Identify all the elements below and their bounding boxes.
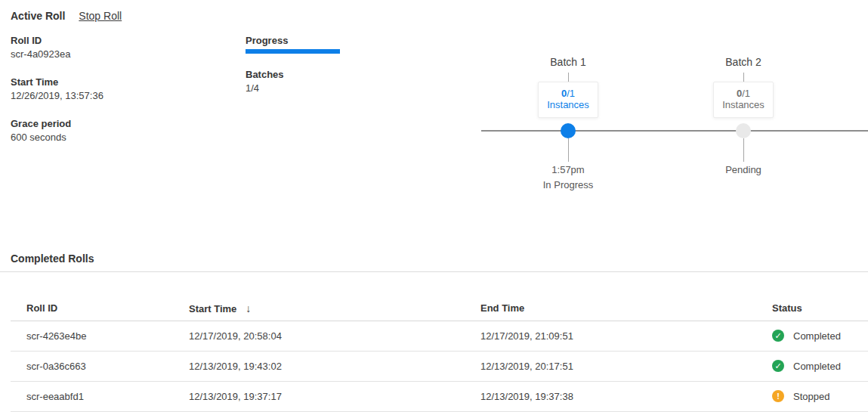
status-cell: ✓ Completed (772, 351, 868, 381)
success-check-icon: ✓ (772, 330, 784, 342)
batch1-tick-bottom (568, 138, 569, 162)
batch2-tick-top (743, 73, 744, 82)
table-row: scr-eeaabfd1 12/13/2019, 19:37:17 12/13/… (11, 381, 868, 411)
progress-block: Progress (246, 35, 340, 54)
roll-id-cell: scr-4263e4be (11, 321, 189, 351)
table-row: scr-0a36c663 12/13/2019, 19:43:02 12/13/… (11, 351, 868, 381)
batch1-instances-label: Instances (539, 99, 598, 110)
section-divider (0, 271, 868, 272)
status-text: Stopped (793, 391, 829, 402)
batch2-timeline-dot (736, 123, 751, 138)
batch2-instances-label: Instances (714, 99, 773, 110)
grace-period-label: Grace period (11, 118, 71, 130)
grace-period-value: 600 seconds (11, 132, 71, 144)
timeline-axis (481, 130, 868, 132)
batch1-label: Batch 1 (550, 56, 585, 68)
completed-rolls-table: Roll ID Start Time↓ End Time Status scr-… (11, 296, 868, 412)
roll-id-label: Roll ID (11, 35, 71, 47)
batch2-instances-count: 0/1 (714, 88, 773, 99)
roll-id-cell: scr-0a36c663 (11, 351, 189, 381)
success-check-icon: ✓ (772, 360, 784, 372)
completed-rolls-title: Completed Rolls (11, 252, 94, 265)
status-text: Completed (793, 330, 841, 342)
batch1-tick-top (568, 73, 569, 82)
column-header-status[interactable]: Status (772, 296, 868, 321)
batch1-timeline-dot (561, 123, 576, 138)
table-row: scr-4263e4be 12/17/2019, 20:58:04 12/17/… (11, 321, 868, 351)
roll-id-value: scr-4a0923ea (11, 48, 71, 60)
roll-id-field: Roll ID scr-4a0923ea (11, 35, 71, 60)
active-roll-header: Active Roll Stop Roll (11, 10, 122, 22)
status-text: Completed (793, 361, 841, 372)
batch2-tick-bottom (743, 138, 744, 162)
page-canvas: Active Roll Stop Roll Roll ID scr-4a0923… (0, 0, 868, 412)
column-header-start-time[interactable]: Start Time↓ (189, 296, 480, 321)
start-time-cell: 12/17/2019, 20:58:04 (189, 321, 480, 351)
batch1-instances-count: 0/1 (539, 88, 598, 99)
column-header-roll-id[interactable]: Roll ID (11, 296, 189, 321)
progress-label: Progress (246, 35, 340, 47)
progress-bar (246, 49, 340, 54)
roll-id-cell: scr-eeaabfd1 (11, 381, 189, 411)
batch2-label: Batch 2 (725, 56, 761, 68)
status-cell: ! Stopped (772, 381, 868, 411)
batches-value: 1/4 (246, 82, 284, 94)
batch1-time: 1:57pm (551, 165, 584, 175)
batch1-status: In Progress (543, 180, 593, 191)
stop-roll-link[interactable]: Stop Roll (79, 10, 122, 22)
grace-period-field: Grace period 600 seconds (11, 118, 71, 144)
status-cell: ✓ Completed (772, 321, 868, 351)
end-time-cell: 12/17/2019, 21:09:51 (480, 321, 772, 351)
start-time-cell: 12/13/2019, 19:37:17 (189, 381, 480, 411)
table-header-row: Roll ID Start Time↓ End Time Status (11, 296, 868, 321)
warning-exclamation-icon: ! (772, 390, 784, 402)
active-roll-title: Active Roll (11, 10, 65, 22)
end-time-cell: 12/13/2019, 19:37:38 (480, 381, 772, 411)
start-time-header-label: Start Time (189, 303, 236, 314)
column-header-end-time[interactable]: End Time (480, 296, 772, 321)
batches-block: Batches 1/4 (246, 69, 284, 94)
end-time-cell: 12/13/2019, 20:17:51 (480, 351, 772, 381)
start-time-cell: 12/13/2019, 19:43:02 (189, 351, 480, 381)
batch1-below: 1:57pm In Progress (543, 165, 593, 191)
batch1-instances-card[interactable]: 0/1 Instances (538, 82, 598, 118)
start-time-field: Start Time 12/26/2019, 13:57:36 (11, 76, 103, 102)
batch2-below: Pending (725, 165, 761, 175)
batch2-instances-card[interactable]: 0/1 Instances (713, 82, 774, 118)
start-time-value: 12/26/2019, 13:57:36 (11, 90, 103, 102)
batch2-status: Pending (725, 165, 761, 175)
sort-descending-icon[interactable]: ↓ (246, 302, 251, 314)
start-time-label: Start Time (11, 76, 103, 88)
batches-label: Batches (246, 69, 284, 81)
